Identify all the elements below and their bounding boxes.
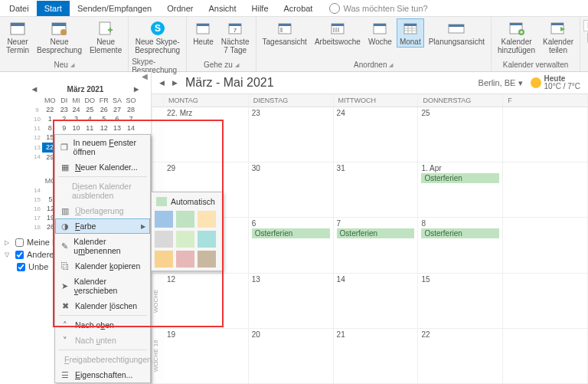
prev-period-button[interactable]: ◀: [159, 79, 165, 87]
minical-day[interactable]: 8: [42, 123, 58, 133]
location-label[interactable]: Berlin, BE ▾: [479, 78, 523, 88]
next-month-icon[interactable]: ▶: [134, 86, 139, 93]
menu-item-nach-oben[interactable]: ˄Nach oben: [55, 317, 150, 333]
color-swatch[interactable]: [176, 231, 194, 248]
checkbox[interactable]: [15, 238, 24, 247]
minical-day[interactable]: 11: [83, 123, 97, 133]
day-cell[interactable]: 21: [334, 329, 419, 383]
minical-day[interactable]: 26: [97, 105, 110, 114]
menu-item-eigenschaften[interactable]: ☰Eigenschaften...: [55, 367, 150, 382]
tab-start[interactable]: Start: [37, 1, 70, 16]
day-cell[interactable]: 15: [418, 274, 503, 328]
day-cell[interactable]: 30: [249, 162, 334, 217]
share-calendar-button[interactable]: Kalenderteilen: [540, 18, 577, 56]
day-cell[interactable]: 12: [164, 274, 249, 328]
workweek-view-button[interactable]: Arbeitswoche: [312, 18, 364, 48]
color-swatch[interactable]: [176, 211, 194, 228]
day-cell[interactable]: [503, 329, 588, 383]
menu-item-kalender-umbenennen[interactable]: ✎Kalender umbenennen: [55, 234, 150, 258]
new-meeting-button[interactable]: NeueBesprechung: [34, 18, 85, 56]
day-cell[interactable]: 23: [249, 107, 334, 162]
day-cell[interactable]: 24: [334, 107, 419, 162]
collapse-handle[interactable]: ◀: [0, 72, 151, 83]
minical-day[interactable]: 5: [97, 114, 110, 123]
tab-hilfe[interactable]: Hilfe: [244, 1, 276, 16]
new-items-button[interactable]: NeueElemente: [87, 18, 125, 56]
new-appointment-button[interactable]: NeuerTermin: [3, 18, 32, 56]
tab-senden[interactable]: Senden/Empfangen: [70, 1, 159, 16]
checkbox[interactable]: [15, 251, 24, 259]
color-swatch[interactable]: [155, 231, 173, 248]
minical-day[interactable]: 1: [42, 114, 58, 123]
minical-day[interactable]: 6: [110, 114, 123, 123]
tab-ansicht[interactable]: Ansicht: [201, 1, 243, 16]
today-button[interactable]: Heute: [190, 18, 217, 56]
day-cell[interactable]: 6Osterferien: [249, 218, 334, 272]
minical-day[interactable]: 10: [70, 123, 83, 133]
minical-day[interactable]: 25: [83, 105, 97, 114]
menu-item-neuer-kalender[interactable]: ▦Neuer Kalender...: [55, 159, 150, 175]
add-calendar-button[interactable]: Kalenderhinzufügen: [495, 18, 538, 56]
day-cell[interactable]: 22. Mrz: [164, 107, 249, 162]
minical-day[interactable]: 3: [70, 114, 83, 123]
day-cell[interactable]: 13: [249, 274, 334, 328]
prev-month-icon[interactable]: ◀: [32, 86, 37, 93]
dialog-launcher-icon[interactable]: ◢: [235, 62, 239, 68]
schedule-view-button[interactable]: Planungsansicht: [426, 18, 488, 48]
minical-day[interactable]: 24: [70, 105, 83, 114]
color-swatch[interactable]: [198, 211, 216, 228]
dialog-launcher-icon[interactable]: ◢: [70, 62, 74, 68]
address-book-button[interactable]: Adressbuch: [583, 31, 588, 44]
day-cell[interactable]: [503, 107, 588, 162]
minical-day[interactable]: 2: [58, 114, 70, 123]
color-swatch[interactable]: [198, 251, 216, 267]
day-cell[interactable]: [503, 218, 588, 272]
color-swatch[interactable]: [155, 251, 173, 267]
minical-day[interactable]: 22: [42, 105, 58, 114]
day-cell[interactable]: [503, 162, 588, 217]
menu-item-kalender-verschieben[interactable]: ➤Kalender verschieben: [55, 274, 150, 298]
color-swatch[interactable]: [198, 231, 216, 248]
month-view-button[interactable]: Monat: [397, 18, 424, 48]
minical-day[interactable]: 14: [124, 123, 139, 133]
people-search-field[interactable]: Personen suchen: [583, 20, 588, 31]
menu-item-kalender-l-schen[interactable]: ✖Kalender löschen: [55, 298, 150, 313]
day-cell[interactable]: 20: [249, 329, 334, 383]
day-cell[interactable]: 14: [334, 274, 419, 328]
minical-day[interactable]: 27: [110, 105, 123, 114]
dialog-launcher-icon[interactable]: ◢: [389, 62, 393, 68]
day-cell[interactable]: 31: [334, 162, 419, 217]
skype-meeting-button[interactable]: S Neue Skype-Besprechung: [132, 18, 183, 56]
tab-ordner[interactable]: Ordner: [159, 1, 201, 16]
event[interactable]: Osterferien: [421, 173, 499, 183]
day-view-button[interactable]: Tagesansicht: [260, 18, 310, 48]
color-swatch[interactable]: [155, 211, 173, 228]
tab-acrobat[interactable]: Acrobat: [276, 1, 321, 16]
next7days-button[interactable]: 7 Nächste7 Tage: [218, 18, 253, 56]
minical-day[interactable]: 13: [110, 123, 123, 133]
minical-day[interactable]: 4: [83, 114, 97, 123]
day-cell[interactable]: 19: [164, 329, 249, 383]
minical-day[interactable]: 12: [97, 123, 110, 133]
checkbox[interactable]: [17, 263, 25, 271]
color-swatch[interactable]: [176, 251, 194, 267]
day-cell[interactable]: 7Osterferien: [334, 218, 419, 272]
day-cell[interactable]: 25: [418, 107, 503, 162]
weather-widget[interactable]: Heute 10°C / 7°C: [531, 75, 580, 90]
day-cell[interactable]: 22: [418, 329, 503, 383]
minical-day[interactable]: 9: [58, 123, 70, 133]
menu-item-kalender-kopieren[interactable]: ⿻Kalender kopieren: [55, 258, 150, 274]
minical-day[interactable]: 28: [124, 105, 139, 114]
color-automatic[interactable]: Automatisch: [155, 195, 219, 211]
minical-day[interactable]: 23: [58, 105, 70, 114]
minical-day[interactable]: 7: [124, 114, 139, 123]
tell-me-search[interactable]: Was möchten Sie tun?: [329, 3, 427, 14]
day-cell[interactable]: 8Osterferien: [418, 218, 503, 272]
day-cell[interactable]: [503, 274, 588, 328]
tab-datei[interactable]: Datei: [2, 1, 37, 16]
week-view-button[interactable]: Woche: [365, 18, 395, 48]
menu-item-farbe[interactable]: ◑Farbe▶: [55, 218, 150, 234]
next-period-button[interactable]: ▶: [172, 79, 178, 87]
menu-item-in-neuem-fenster-ffnen[interactable]: ❐In neuem Fenster öffnen: [55, 135, 150, 159]
day-cell[interactable]: 1. AprOsterferien: [418, 162, 503, 217]
